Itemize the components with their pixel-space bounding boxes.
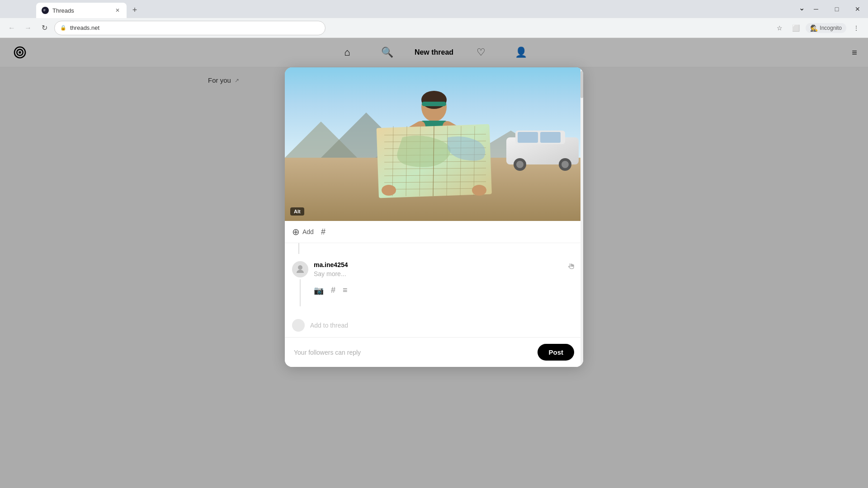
svg-point-16 [516, 161, 524, 168]
modal-overlay: Alt ⊕ Add # [0, 38, 868, 488]
svg-point-43 [382, 185, 396, 196]
svg-rect-13 [518, 132, 538, 143]
tab-favicon: @ [42, 7, 49, 14]
thread-vertical-line [300, 279, 301, 306]
thread-connector-line [298, 243, 299, 254]
forward-button[interactable]: → [22, 22, 34, 34]
svg-rect-21 [422, 102, 446, 106]
more-options-reply-button[interactable] [567, 261, 576, 271]
browser-toolbar: ← → ↻ 🔒 threads.net ☆ ⬜ 🕵 Incognito ⋮ [0, 18, 868, 38]
reply-username: ma.ine4254 [314, 261, 561, 268]
address-bar[interactable]: 🔒 threads.net [54, 21, 326, 35]
tab-title: Threads [52, 7, 74, 14]
toolbar-actions: ☆ ⬜ 🕵 Incognito ⋮ [773, 22, 863, 34]
new-tab-button[interactable]: + [128, 4, 141, 16]
reading-mode-button[interactable]: ⬜ [789, 22, 802, 34]
formatting-button[interactable]: ≡ [343, 286, 348, 296]
add-to-thread-section: Add to thread [285, 314, 583, 337]
svg-point-18 [561, 161, 569, 168]
reply-content: ma.ine4254 Say more... 📷 # ≡ [314, 261, 561, 296]
lock-icon: 🔒 [60, 25, 66, 31]
modal-footer: Your followers can reply Post [285, 337, 583, 367]
back-button[interactable]: ← [5, 22, 18, 34]
reply-section: ma.ine4254 Say more... 📷 # ≡ [285, 254, 583, 314]
browser-chrome: @ Threads ✕ + ─ □ ✕ ⌄ ← → ↻ 🔒 threads.ne… [0, 0, 868, 38]
svg-point-45 [298, 265, 302, 270]
add-to-thread-text[interactable]: Add to thread [310, 322, 348, 329]
scrollbar-thumb[interactable] [580, 71, 583, 98]
alt-badge[interactable]: Alt [290, 207, 304, 216]
actions-row: ⊕ Add # [285, 221, 583, 243]
maximize-button[interactable]: □ [826, 2, 847, 16]
scrollbar-track [580, 67, 583, 367]
page-content: ⌂ 🔍 ♡ 👤 New thread ≡ For you ↗ [0, 38, 868, 488]
svg-text:@: @ [43, 9, 46, 11]
hashtag-button[interactable]: # [321, 227, 326, 237]
thread-image [285, 67, 583, 221]
tab-dropdown-button[interactable]: ⌄ [799, 4, 805, 12]
more-options-button[interactable]: ⋮ [850, 22, 863, 34]
add-label: Add [302, 228, 314, 235]
image-attach-button[interactable]: 📷 [314, 286, 324, 296]
star-button[interactable]: ☆ [773, 22, 786, 34]
modal-body: Alt ⊕ Add # [285, 67, 583, 337]
close-button[interactable]: ✕ [847, 2, 868, 16]
hashtag-icon: # [321, 227, 326, 237]
reply-avatar [292, 261, 308, 277]
browser-tab[interactable]: @ Threads ✕ [36, 3, 127, 18]
add-media-button[interactable]: ⊕ Add [292, 226, 314, 237]
reply-toolbar: 📷 # ≡ [314, 286, 561, 296]
add-to-thread-avatar [292, 319, 305, 332]
post-button[interactable]: Post [538, 344, 574, 361]
incognito-badge: 🕵 Incognito [806, 23, 846, 33]
reply-input[interactable]: Say more... [314, 270, 561, 281]
svg-point-44 [472, 185, 486, 196]
footer-reply-label: Your followers can reply [294, 349, 361, 356]
hashtag-reply-button[interactable]: # [331, 286, 335, 296]
tab-close-button[interactable]: ✕ [114, 7, 121, 14]
refresh-button[interactable]: ↻ [38, 22, 51, 34]
window-controls: ─ □ ✕ [806, 0, 868, 18]
add-media-icon: ⊕ [292, 226, 300, 237]
url-text: threads.net [70, 24, 99, 31]
alt-badge-text: Alt [294, 209, 301, 214]
svg-rect-14 [540, 132, 561, 143]
new-thread-modal: Alt ⊕ Add # [285, 67, 583, 367]
incognito-label: Incognito [820, 25, 842, 31]
thread-image-container: Alt [285, 67, 583, 221]
minimize-button[interactable]: ─ [806, 2, 826, 16]
